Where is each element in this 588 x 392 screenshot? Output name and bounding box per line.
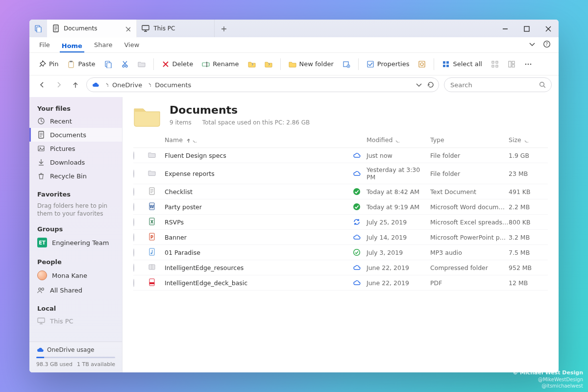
select-circle[interactable] bbox=[133, 151, 134, 160]
new-tab-button[interactable] bbox=[215, 20, 232, 37]
cut-button[interactable] bbox=[118, 58, 132, 70]
maximize-button[interactable] bbox=[515, 20, 537, 37]
file-type-icon bbox=[148, 233, 157, 242]
sort-asc-icon bbox=[185, 138, 190, 143]
new-item-button[interactable] bbox=[340, 58, 353, 70]
menu-home[interactable]: Home bbox=[60, 40, 84, 52]
close-window-button[interactable] bbox=[537, 20, 559, 37]
table-row[interactable]: Party posterToday at 9:19 AMMicrosoft Wo… bbox=[133, 199, 548, 215]
select-all-icon bbox=[442, 60, 450, 68]
file-modified: June 22, 2019 bbox=[367, 264, 430, 271]
copy-to-button[interactable] bbox=[262, 58, 275, 70]
monitor-icon bbox=[142, 24, 149, 32]
menu-share[interactable]: Share bbox=[92, 39, 115, 50]
select-circle[interactable] bbox=[133, 203, 134, 211]
table-row[interactable]: Fluent Design specsJust nowFile folder1.… bbox=[133, 148, 548, 163]
file-modified: Today at 9:19 AM bbox=[367, 203, 430, 211]
invert-selection-button[interactable] bbox=[505, 58, 518, 70]
select-circle[interactable] bbox=[133, 170, 134, 178]
file-name: Expense reports bbox=[165, 170, 353, 177]
crumb-root[interactable]: OneDrive bbox=[112, 81, 142, 89]
delete-button[interactable]: Delete bbox=[159, 58, 196, 70]
file-type-icon bbox=[148, 151, 157, 160]
history-button[interactable] bbox=[415, 58, 429, 70]
tab-documents[interactable]: Documents bbox=[47, 20, 137, 38]
new-item-icon bbox=[343, 60, 350, 68]
sync-status-icon bbox=[353, 264, 361, 271]
explorer-window: Documents This PC File Home Share View P… bbox=[29, 20, 559, 372]
col-size[interactable]: Size bbox=[509, 136, 548, 144]
select-circle[interactable] bbox=[133, 218, 134, 226]
search-input[interactable] bbox=[450, 81, 535, 89]
move-to-button[interactable] bbox=[245, 58, 259, 70]
sidebar-item-documents[interactable]: Documents bbox=[29, 128, 122, 142]
chevron-down-icon bbox=[192, 138, 196, 143]
rename-button[interactable]: Rename bbox=[199, 58, 242, 70]
file-name: IntelligentEdge_resources bbox=[165, 264, 353, 271]
properties-button[interactable]: Properties bbox=[364, 58, 413, 70]
help-button[interactable] bbox=[543, 40, 551, 49]
select-circle[interactable] bbox=[133, 188, 134, 196]
breadcrumb-dropdown[interactable] bbox=[415, 81, 422, 89]
file-type: MP3 audio bbox=[430, 249, 509, 256]
up-button[interactable] bbox=[70, 79, 81, 91]
table-row[interactable]: IntelligentEdge_deck_basicJune 22, 2019P… bbox=[133, 275, 548, 291]
sidebar-item-group[interactable]: ET Engineering Team bbox=[29, 235, 122, 250]
refresh-button[interactable] bbox=[427, 81, 434, 89]
table-row[interactable]: RSVPsJuly 25, 2019Microsoft Excel spread… bbox=[133, 215, 548, 230]
sidebar-item-all-shared[interactable]: All Shared bbox=[29, 283, 122, 297]
select-circle[interactable] bbox=[133, 233, 134, 242]
table-row[interactable]: ChecklistToday at 8:42 AMText Document49… bbox=[133, 184, 548, 199]
watermark: © Michael West Design @MikeWestDesign @i… bbox=[513, 369, 583, 389]
properties-icon bbox=[367, 60, 374, 68]
menu-view[interactable]: View bbox=[122, 39, 141, 50]
usage-title: OneDrive usage bbox=[47, 346, 94, 353]
paste-button[interactable]: Paste bbox=[64, 58, 98, 70]
file-modified: June 22, 2019 bbox=[367, 279, 430, 287]
close-icon[interactable] bbox=[124, 25, 130, 31]
search-box[interactable] bbox=[444, 77, 552, 92]
sidebar-item-recycle-bin[interactable]: Recycle Bin bbox=[29, 169, 122, 183]
breadcrumb-bar[interactable]: OneDrive Documents bbox=[86, 77, 439, 92]
crumb-current[interactable]: Documents bbox=[155, 81, 191, 89]
copy-path-button[interactable] bbox=[135, 58, 148, 70]
folder-icon bbox=[289, 60, 296, 68]
sidebar-item-downloads[interactable]: Downloads bbox=[29, 155, 122, 169]
table-row[interactable]: IntelligentEdge_resourcesJune 22, 2019Co… bbox=[133, 260, 548, 275]
select-circle[interactable] bbox=[133, 264, 134, 272]
col-type[interactable]: Type bbox=[430, 136, 509, 144]
file-name: Fluent Design specs bbox=[165, 152, 353, 159]
col-modified[interactable]: Modified bbox=[367, 136, 430, 144]
select-none-button[interactable] bbox=[488, 58, 502, 70]
copy-button[interactable] bbox=[101, 58, 115, 70]
file-size: 2.2 MB bbox=[509, 203, 548, 211]
select-circle[interactable] bbox=[133, 279, 134, 287]
col-name[interactable]: Name bbox=[165, 136, 353, 144]
sidebar-item-recent[interactable]: Recent bbox=[29, 114, 122, 128]
chevron-right-icon bbox=[146, 82, 151, 88]
sidebar: Your files Recent Documents Pictures Dow… bbox=[29, 97, 122, 372]
forward-button[interactable] bbox=[53, 79, 65, 91]
tab-this-pc[interactable]: This PC bbox=[137, 20, 215, 37]
select-circle[interactable] bbox=[133, 248, 134, 257]
sidebar-item-pictures[interactable]: Pictures bbox=[29, 142, 122, 155]
table-row[interactable]: BannerJuly 14, 2019Microsoft PowerPoint … bbox=[133, 230, 548, 245]
copy-icon bbox=[104, 60, 112, 68]
file-size: 7.5 MB bbox=[509, 249, 548, 256]
sync-status-icon bbox=[353, 248, 361, 256]
back-button[interactable] bbox=[36, 79, 48, 91]
select-all-button[interactable]: Select all bbox=[439, 58, 485, 70]
file-modified: July 14, 2019 bbox=[367, 234, 430, 241]
more-button[interactable] bbox=[521, 58, 535, 70]
minimize-button[interactable] bbox=[494, 20, 515, 37]
new-folder-button[interactable]: New folder bbox=[286, 58, 337, 70]
table-row[interactable]: Expense reportsYesterday at 3:30 PMFile … bbox=[133, 163, 548, 184]
more-icon bbox=[524, 60, 532, 68]
table-row[interactable]: 01 ParadiseJuly 3, 2019MP3 audio7.5 MB bbox=[133, 245, 548, 260]
sidebar-item-person[interactable]: Mona Kane bbox=[29, 268, 122, 283]
file-type: Compressed folder bbox=[430, 264, 509, 271]
collapse-ribbon-button[interactable] bbox=[528, 40, 536, 49]
menu-file[interactable]: File bbox=[37, 39, 52, 50]
pin-button[interactable]: Pin bbox=[35, 58, 61, 70]
sidebar-item-this-pc[interactable]: This PC bbox=[29, 314, 122, 328]
